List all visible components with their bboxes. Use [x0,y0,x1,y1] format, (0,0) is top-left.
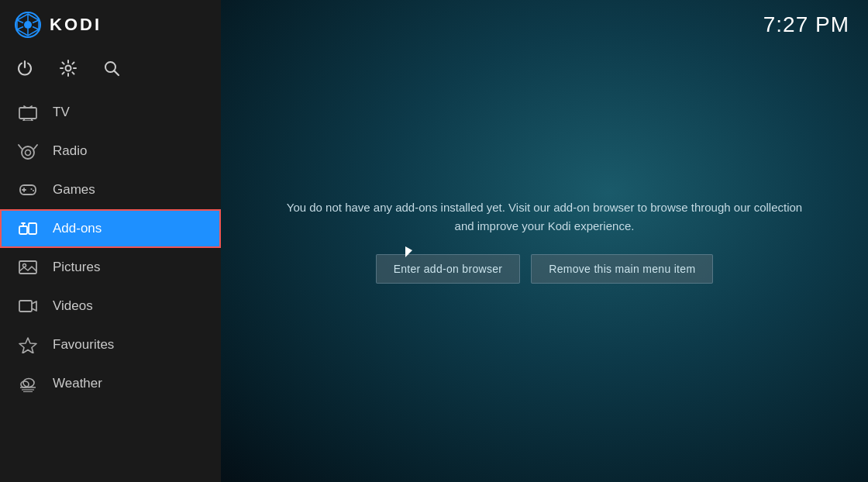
svg-line-20 [19,145,22,149]
sidebar-item-weather[interactable]: Weather [0,364,221,403]
svg-line-21 [34,145,37,149]
sidebar-item-addons[interactable]: Add-ons [0,209,221,248]
weather-label: Weather [53,376,102,391]
remove-menu-item-button[interactable]: Remove this main menu item [531,254,713,284]
enter-addon-browser-button[interactable]: Enter add-on browser [376,254,521,284]
svg-line-11 [114,71,119,75]
pictures-label: Pictures [53,260,100,275]
svg-line-8 [33,20,39,23]
svg-point-18 [22,146,34,159]
sidebar: KODI [0,0,221,482]
app-title: KODI [50,15,102,35]
content-center: You do not have any add-ons installed ye… [266,198,824,284]
info-message: You do not have any add-ons installed ye… [281,198,808,236]
svg-line-5 [17,20,23,23]
power-icon [16,60,33,77]
videos-label: Videos [53,298,93,314]
sidebar-item-videos[interactable]: Videos [0,287,221,325]
search-icon [103,60,120,77]
app-header: KODI [0,0,221,50]
clock-display: 7:27 PM [763,12,849,37]
favourites-label: Favourites [53,337,114,353]
radio-label: Radio [53,143,87,159]
addons-icon [17,220,39,237]
svg-line-7 [17,27,23,30]
sidebar-item-radio[interactable]: Radio [0,132,221,170]
sidebar-item-pictures[interactable]: Pictures [0,248,221,287]
tv-icon [17,104,39,121]
settings-button[interactable] [57,57,79,79]
main-content: 7:27 PM You do not have any add-ons inst… [221,0,868,482]
weather-icon [17,375,39,392]
sidebar-item-tv[interactable]: TV [0,93,221,132]
svg-point-2 [24,21,32,29]
svg-rect-27 [19,226,27,234]
svg-point-32 [23,264,26,267]
svg-rect-28 [29,223,36,234]
sidebar-menu: TV Radio [0,93,221,482]
mouse-cursor [405,246,412,257]
games-icon [17,181,39,198]
svg-line-6 [33,27,39,30]
sidebar-item-favourites[interactable]: Favourites [0,325,221,364]
favourites-icon [17,336,39,353]
settings-icon [60,60,77,77]
top-icon-bar [0,50,221,93]
sidebar-item-games[interactable]: Games [0,170,221,209]
pictures-icon [17,259,39,276]
search-button[interactable] [101,57,122,79]
addons-label: Add-ons [53,221,102,236]
radio-icon [17,143,39,160]
svg-rect-12 [19,108,36,119]
power-button[interactable] [14,57,36,79]
svg-rect-33 [19,301,32,312]
svg-point-26 [33,190,34,191]
svg-point-19 [26,150,31,156]
svg-rect-31 [19,261,36,274]
svg-point-25 [30,188,32,190]
videos-icon [17,298,39,315]
svg-marker-34 [19,338,36,353]
svg-point-9 [66,66,71,71]
action-buttons-group: Enter add-on browser Remove this main me… [376,254,714,284]
games-label: Games [53,182,95,198]
tv-label: TV [53,105,70,120]
kodi-logo-icon [14,11,42,39]
